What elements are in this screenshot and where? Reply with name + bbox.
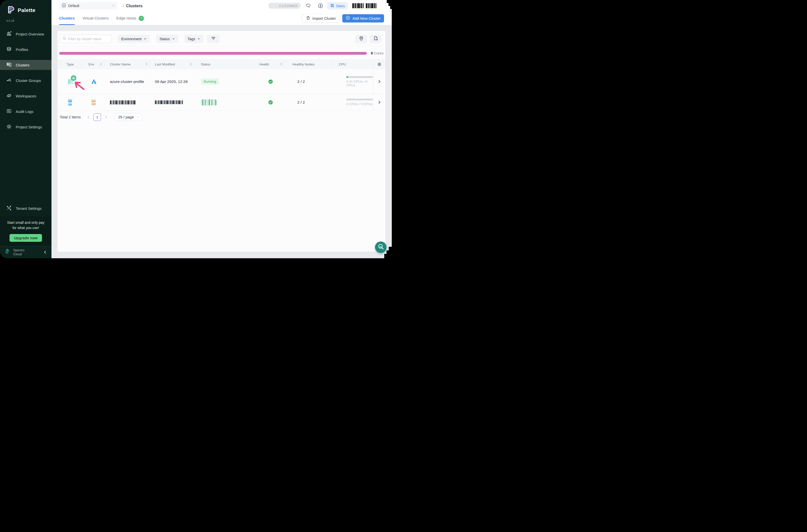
row-expand-chevron[interactable] bbox=[378, 100, 381, 104]
location-pin-icon bbox=[359, 36, 363, 42]
layers-icon bbox=[6, 46, 12, 53]
cell-status bbox=[194, 94, 242, 110]
docs-button[interactable]: Docs bbox=[327, 2, 348, 10]
search-assistant-fab[interactable] bbox=[375, 242, 387, 253]
magnifier-smile-icon bbox=[376, 243, 385, 252]
column-header-cluster-name[interactable]: Cluster Name bbox=[105, 59, 150, 69]
server-icon bbox=[6, 62, 12, 68]
page-size-select[interactable]: 25 / page bbox=[115, 113, 142, 121]
cpu-usage-text: 0.31 CPUs / 8 CPUs bbox=[346, 80, 373, 87]
sidebar-item-label: Tenant Settings bbox=[16, 206, 41, 211]
cell-cpu: 0 CPUs / 0 CPUs bbox=[332, 94, 373, 110]
sidebar-item-tenant-settings[interactable]: Tenant Settings bbox=[0, 204, 52, 213]
spectro-cloud-logo bbox=[4, 248, 11, 256]
table-row[interactable]: 2 / 2 0 CPUs / 0 CPUs bbox=[57, 94, 386, 111]
sidebar-item-project-settings[interactable]: Project Settings bbox=[0, 122, 52, 132]
environment-filter[interactable]: Environment bbox=[118, 35, 150, 43]
column-header-status[interactable]: Status bbox=[194, 59, 242, 69]
app-window: Palette 4.6.18 Project Overview bbox=[0, 0, 392, 258]
sidebar-item-label: Clusters bbox=[16, 63, 30, 67]
sort-icon[interactable] bbox=[145, 63, 147, 66]
total-items-label: Total 2 items bbox=[60, 115, 81, 119]
column-header-healthy-nodes[interactable]: Healthy Nodes bbox=[285, 59, 332, 69]
cell-cluster-name[interactable] bbox=[105, 94, 150, 110]
chevron-down-icon bbox=[144, 37, 146, 41]
gear-icon bbox=[6, 124, 12, 130]
redacted-date bbox=[155, 100, 183, 104]
cell-healthy-nodes: 2 / 2 bbox=[285, 69, 332, 94]
column-header-health[interactable]: Health bbox=[242, 59, 285, 69]
cluster-type-icon-group bbox=[68, 78, 74, 85]
content-area: Environment Status Tags bbox=[52, 25, 392, 258]
page-title: Clusters bbox=[126, 3, 143, 8]
sidebar-footer: Spectro Cloud bbox=[0, 246, 52, 258]
sidebar-item-label: Cluster Groups bbox=[16, 78, 41, 83]
next-page-button[interactable] bbox=[105, 115, 108, 119]
upgrade-now-button[interactable]: Upgrade now bbox=[10, 234, 42, 242]
book-icon bbox=[330, 3, 334, 8]
cluster-search[interactable] bbox=[60, 35, 112, 43]
cores-usage-row: 8 Cores bbox=[57, 47, 386, 59]
column-header-env[interactable]: Env bbox=[82, 59, 105, 69]
collapse-sidebar-icon[interactable] bbox=[43, 250, 47, 254]
sidebar-item-audit-logs[interactable]: Audit Logs bbox=[0, 107, 52, 116]
add-new-cluster-button[interactable]: Add New Cluster bbox=[342, 14, 384, 22]
sidebar-item-workspaces[interactable]: Workspaces bbox=[0, 91, 52, 101]
export-csv-button[interactable]: csv bbox=[370, 35, 381, 43]
column-header-cpu[interactable]: CPU bbox=[332, 59, 373, 69]
clusters-card: Environment Status Tags bbox=[57, 31, 386, 252]
chevron-down-icon bbox=[137, 115, 139, 119]
sidebar-item-label: Profiles bbox=[16, 48, 28, 52]
check-circle-icon bbox=[268, 79, 273, 84]
advanced-filter-button[interactable] bbox=[207, 35, 219, 43]
column-settings-button[interactable] bbox=[377, 62, 382, 67]
sidebar-item-project-overview[interactable]: Project Overview bbox=[0, 29, 52, 39]
page-number-button[interactable]: 1 bbox=[93, 113, 101, 121]
import-cluster-button[interactable]: Import Cluster bbox=[302, 14, 340, 22]
tags-filter[interactable]: Tags bbox=[184, 35, 204, 43]
column-header-type[interactable]: Type bbox=[57, 59, 82, 69]
tabs-bar: Clusters Virtual Clusters Edge Hosts 7 bbox=[52, 12, 392, 25]
tabs: Clusters Virtual Clusters Edge Hosts 7 bbox=[59, 12, 144, 25]
scale-up-badge-icon bbox=[71, 75, 76, 82]
cell-actions bbox=[373, 94, 386, 110]
promo-text: Start small and only pay for what you us… bbox=[3, 220, 48, 231]
row-expand-chevron[interactable] bbox=[378, 80, 381, 83]
chevron-down-icon bbox=[111, 4, 114, 7]
breadcrumb: / Clusters bbox=[123, 3, 143, 8]
chevron-down-icon bbox=[198, 37, 200, 41]
project-icon bbox=[62, 3, 66, 8]
redacted-status-badge bbox=[201, 99, 217, 106]
search-input[interactable] bbox=[68, 37, 109, 41]
palette-logo-icon bbox=[6, 5, 15, 15]
status-filter[interactable]: Status bbox=[156, 35, 178, 43]
previous-page-button[interactable] bbox=[87, 115, 90, 119]
cell-health bbox=[242, 94, 285, 110]
edge-hosts-count-badge: 7 bbox=[139, 16, 144, 21]
table-row[interactable]: azure-cluster-profile 09 Apr 2025, 12:28… bbox=[57, 69, 386, 94]
tab-clusters[interactable]: Clusters bbox=[59, 12, 75, 25]
sidebar-item-clusters[interactable]: Clusters bbox=[0, 60, 52, 70]
tab-edge-hosts[interactable]: Edge Hosts 7 bbox=[116, 12, 144, 25]
status-badge: Running bbox=[201, 78, 219, 85]
user-name-redacted[interactable] bbox=[352, 3, 377, 8]
cell-cluster-name[interactable]: azure-cluster-profile bbox=[105, 69, 150, 94]
project-selector[interactable]: Default bbox=[59, 2, 117, 10]
sidebar-item-profiles[interactable]: Profiles bbox=[0, 44, 52, 54]
redacted-block bbox=[352, 3, 364, 8]
sort-icon[interactable] bbox=[100, 63, 102, 66]
compass-explore-button[interactable] bbox=[318, 3, 323, 9]
sort-icon[interactable] bbox=[190, 63, 192, 66]
topbar-right: 0.17/100kCh bbox=[268, 2, 377, 10]
sort-icon[interactable] bbox=[280, 63, 282, 66]
check-circle-icon bbox=[268, 100, 273, 104]
tab-virtual-clusters[interactable]: Virtual Clusters bbox=[82, 12, 109, 25]
cores-usage-bar bbox=[59, 52, 367, 55]
column-header-last-modified[interactable]: Last Modified bbox=[150, 59, 194, 69]
feedback-chat-button[interactable] bbox=[305, 3, 312, 9]
toolbar-right: csv bbox=[355, 35, 381, 43]
sidebar-item-cluster-groups[interactable]: Cluster Groups bbox=[0, 75, 52, 86]
svg-text:csv: csv bbox=[375, 39, 378, 41]
sidebar-item-label: Project Settings bbox=[16, 125, 42, 129]
map-view-button[interactable] bbox=[355, 35, 367, 43]
